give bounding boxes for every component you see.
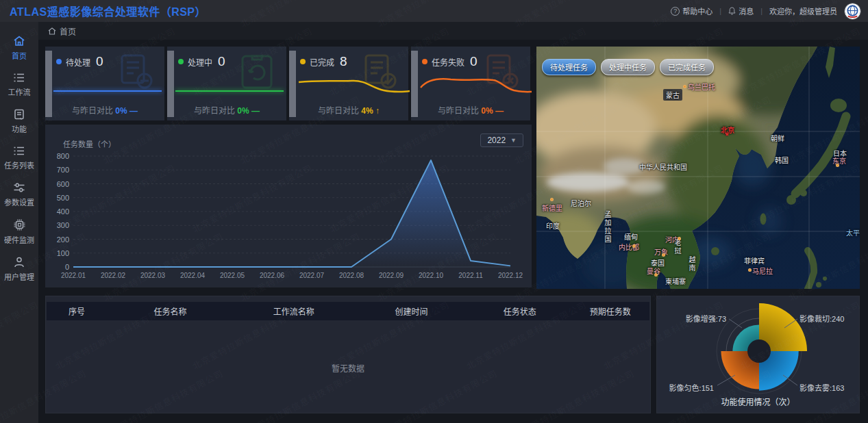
stat-value: 0 <box>218 54 225 69</box>
sidebar-item-users[interactable]: 用户管理 <box>0 257 38 282</box>
rose-label-crop: 影像裁切:240 <box>799 313 844 324</box>
trend-glyph: ↑ <box>375 106 380 116</box>
col-header-index[interactable]: 序号 <box>47 305 107 317</box>
messages-link[interactable]: 消息 <box>728 5 754 16</box>
compare-value: 0% <box>237 106 249 116</box>
stat-card-processing: 处理中0 与昨日对比 0% — <box>167 47 286 120</box>
trend-glyph: — <box>251 106 260 116</box>
svg-text:2022.03: 2022.03 <box>140 272 166 279</box>
sidebar-item-parameters[interactable]: 参数设置 <box>0 182 38 207</box>
status-dot <box>422 59 427 64</box>
home-icon <box>48 27 56 35</box>
welcome-text: 欢迎你，超级管理员 <box>769 5 837 16</box>
stat-value: 8 <box>340 54 347 69</box>
task-map-panel[interactable]: 待处理任务 处理中任务 已完成任务 蒙古乌兰巴托北京朝鲜韩国日本东京中华人民共和… <box>536 47 860 289</box>
user-avatar[interactable] <box>844 3 861 20</box>
map-label: 万象 <box>654 246 668 257</box>
map-filter-buttons: 待处理任务 处理中任务 已完成任务 <box>542 59 714 75</box>
trend-glyph: — <box>495 106 504 116</box>
chevron-down-icon: ▼ <box>510 137 517 144</box>
clipboard-refresh-icon <box>238 53 277 90</box>
y-axis-title: 任务数量（个） <box>63 138 116 149</box>
map-label: 新德里 <box>542 203 562 213</box>
svg-text:2022.05: 2022.05 <box>220 272 245 279</box>
document-icon <box>14 109 25 120</box>
doc-minus-icon <box>116 53 155 90</box>
map-label: 韩国 <box>775 155 789 165</box>
svg-text:700: 700 <box>57 166 69 174</box>
sidebar-item-task-list[interactable]: 任务列表 <box>0 146 38 170</box>
user-icon <box>14 257 25 268</box>
card-divider-line <box>175 90 284 92</box>
messages-label: 消息 <box>739 5 754 16</box>
svg-text:2022.10: 2022.10 <box>419 272 444 279</box>
svg-text:2022.06: 2022.06 <box>260 272 285 279</box>
help-icon: ? <box>671 7 680 16</box>
svg-text:100: 100 <box>57 249 69 257</box>
app-root: ATLAS遥感影像综合处理软件（RSP） ? 帮助中心 | 消息 | 欢迎你，超… <box>0 0 868 423</box>
compare-label: 与昨日对比 <box>438 106 479 116</box>
map-btn-completed[interactable]: 已完成任务 <box>660 59 714 75</box>
col-header-created-time[interactable]: 创建时间 <box>354 305 469 317</box>
stat-value: 0 <box>470 54 478 69</box>
map-label: 中华人民共和国 <box>639 162 687 172</box>
sidebar-item-label: 用户管理 <box>4 271 34 282</box>
bell-icon <box>728 7 736 15</box>
map-label: 马尼拉 <box>752 266 773 276</box>
help-label: 帮助中心 <box>682 5 712 16</box>
task-count-chart-panel: 任务数量（个） 2022▼ 01002003004005006007008002… <box>45 125 532 287</box>
capital-star-marker: ★ <box>724 131 730 138</box>
col-header-task-name[interactable]: 任务名称 <box>107 305 234 317</box>
map-btn-pending[interactable]: 待处理任务 <box>542 59 596 75</box>
function-usage-panel: 影像增强:73 影像裁切:240 影像匀色:151 影像去雾:163 功能使用情… <box>656 296 860 413</box>
list-icon <box>13 73 25 83</box>
sidebar-item-label: 参数设置 <box>4 196 34 207</box>
map-city-dot <box>678 237 681 240</box>
trend-glyph: — <box>129 106 138 116</box>
map-label: 东京 <box>832 155 846 166</box>
status-dot <box>300 59 306 64</box>
map-label: 蒙古 <box>663 89 682 101</box>
col-header-task-status[interactable]: 任务状态 <box>469 305 571 317</box>
stat-label: 已完成 <box>310 56 334 68</box>
app-title: ATLAS遥感影像综合处理软件（RSP） <box>10 3 206 19</box>
sparkline <box>297 74 411 97</box>
help-center-link[interactable]: ? 帮助中心 <box>671 5 712 16</box>
header-separator: | <box>719 7 721 15</box>
col-header-expected-count[interactable]: 预期任务数 <box>571 305 649 317</box>
map-label: 太平洋 <box>846 227 860 238</box>
logo-globe-icon <box>845 4 860 18</box>
breadcrumb: 首页 <box>38 22 868 40</box>
svg-text:200: 200 <box>57 235 69 244</box>
sidebar-item-functions[interactable]: 功能 <box>0 109 38 134</box>
status-dot <box>56 59 62 64</box>
year-selector[interactable]: 2022▼ <box>480 133 523 147</box>
svg-text:400: 400 <box>57 207 69 216</box>
compare-value: 0% <box>115 106 127 116</box>
map-label: 内比都 <box>619 242 639 252</box>
year-value: 2022 <box>487 136 506 145</box>
stat-card-failed: 任务失败0 与昨日对比 0% — <box>411 47 530 120</box>
map-label: 缅甸 <box>624 231 638 242</box>
svg-text:2022.11: 2022.11 <box>458 272 483 279</box>
svg-text:2022.09: 2022.09 <box>379 272 404 279</box>
sidebar-item-home[interactable]: 首页 <box>0 36 38 61</box>
sidebar-item-workflow[interactable]: 工作流 <box>0 73 38 97</box>
map-label: 菲律宾 <box>744 255 765 266</box>
sidebar-item-hardware[interactable]: 硬件监测 <box>0 219 38 245</box>
map-label: 柬埔寨 <box>665 276 686 286</box>
header-separator: | <box>760 7 762 15</box>
col-header-workflow-name[interactable]: 工作流名称 <box>234 305 354 317</box>
stat-label: 任务失败 <box>432 56 464 68</box>
task-list-icon <box>13 146 25 156</box>
breadcrumb-current[interactable]: 首页 <box>60 25 76 37</box>
map-city-dot <box>632 244 636 248</box>
table-empty-state: 暂无数据 <box>46 362 650 374</box>
map-btn-processing[interactable]: 处理中任务 <box>601 59 655 75</box>
map-city-dot <box>748 268 752 272</box>
svg-text:600: 600 <box>57 180 69 188</box>
svg-text:2022.12: 2022.12 <box>498 272 523 279</box>
sidebar-item-label: 硬件监测 <box>4 234 34 245</box>
home-icon <box>13 36 25 47</box>
map-city-dot <box>662 253 665 257</box>
